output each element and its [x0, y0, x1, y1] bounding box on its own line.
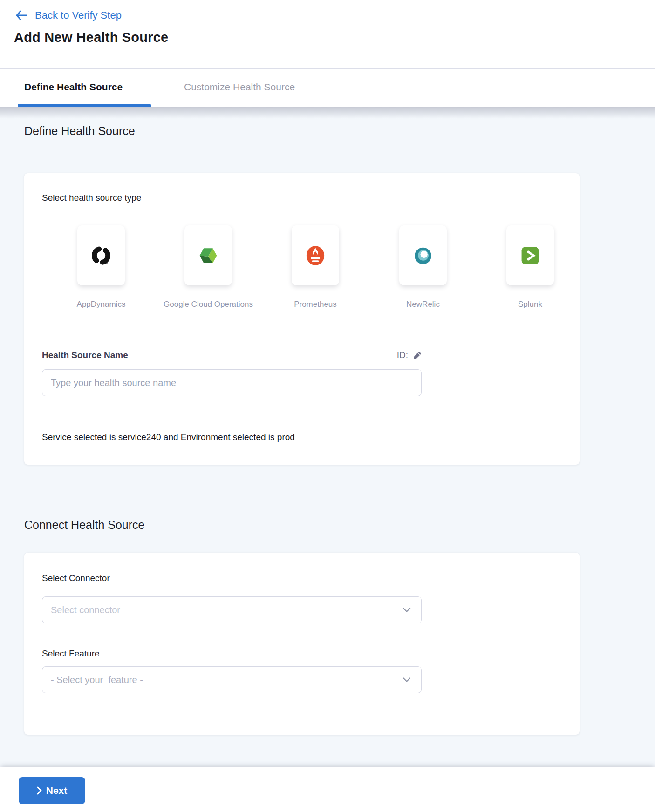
define-section-heading: Define Health Source — [24, 124, 135, 138]
prometheus-icon — [303, 243, 328, 268]
back-link-label: Back to Verify Step — [35, 9, 122, 21]
add-health-source-page: Back to Verify Step Add New Health Sourc… — [0, 0, 655, 812]
connect-section-heading: Connect Health Source — [24, 518, 144, 532]
feature-select[interactable]: - Select your feature - — [42, 666, 422, 693]
tab-customize-health-source[interactable]: Customize Health Source — [184, 81, 295, 93]
id-label: ID: — [397, 350, 408, 360]
chevron-down-icon — [403, 677, 411, 683]
service-environment-note: Service selected is service240 and Envir… — [42, 432, 295, 442]
connector-select[interactable]: Select connector — [42, 596, 422, 623]
source-card-splunk[interactable] — [506, 225, 554, 285]
google-cloud-operations-icon — [196, 244, 220, 268]
source-card-newrelic[interactable] — [399, 225, 447, 285]
source-label-google-cloud-operations: Google Cloud Operations — [155, 300, 262, 309]
page-title: Add New Health Source — [14, 30, 168, 45]
source-card-google-cloud-operations[interactable] — [184, 225, 232, 285]
footer-bar: Next — [0, 767, 655, 812]
source-label-splunk: Splunk — [477, 300, 584, 309]
source-card-prometheus[interactable] — [292, 225, 339, 285]
connector-select-placeholder: Select connector — [51, 605, 120, 616]
newrelic-icon — [411, 244, 435, 268]
appdynamics-icon — [89, 244, 113, 268]
source-label-prometheus: Prometheus — [262, 300, 369, 309]
select-connector-label: Select Connector — [42, 573, 110, 583]
splunk-icon — [518, 244, 542, 268]
source-card-appdynamics[interactable] — [77, 225, 125, 285]
tab-define-health-source[interactable]: Define Health Source — [24, 81, 123, 93]
select-health-source-type-label: Select health source type — [42, 193, 141, 203]
back-arrow-icon — [15, 10, 27, 21]
chevron-down-icon — [403, 608, 411, 613]
feature-select-placeholder: - Select your feature - — [51, 675, 143, 685]
id-row: ID: — [378, 350, 422, 360]
back-to-verify-step-link[interactable]: Back to Verify Step — [15, 9, 122, 21]
next-button[interactable]: Next — [19, 777, 85, 804]
source-label-newrelic: NewRelic — [369, 300, 477, 309]
page-header: Back to Verify Step Add New Health Sourc… — [0, 0, 655, 69]
chevron-right-icon — [37, 786, 42, 795]
edit-pencil-icon[interactable] — [413, 351, 422, 359]
tab-bar: Define Health Source Customize Health So… — [0, 69, 655, 107]
next-button-label: Next — [46, 785, 68, 796]
content-area: Define Health Source Select health sourc… — [0, 107, 655, 767]
health-source-name-input[interactable] — [42, 369, 422, 396]
select-feature-label: Select Feature — [42, 649, 100, 659]
connect-health-source-card: Select Connector Select connector Select… — [24, 553, 580, 735]
define-health-source-card: Select health source type — [24, 173, 580, 465]
source-label-appdynamics: AppDynamics — [48, 300, 155, 309]
health-source-name-label: Health Source Name — [42, 350, 128, 360]
